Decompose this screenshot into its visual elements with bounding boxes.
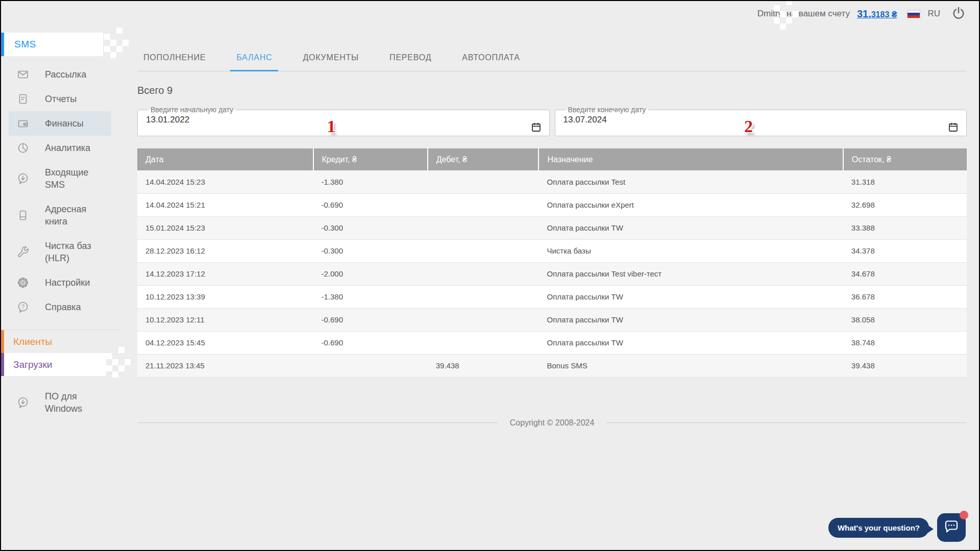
sidebar-item-nastroyki[interactable]: Настройки <box>9 270 111 295</box>
transactions-table: Дата Кредит, ₴ Дебет, ₴ Назначение Остат… <box>137 148 967 378</box>
cell-debit <box>428 239 539 262</box>
table-row: 10.12.2023 12:11-0.690Оплата рассылки TW… <box>137 308 967 331</box>
table-row: 21.11.2023 13:4539.438Bonus SMS39.438 <box>137 354 967 377</box>
calendar-icon[interactable] <box>948 122 958 134</box>
tab-popolnenie[interactable]: ПОПОЛНЕНИЕ <box>137 49 212 71</box>
brand-label: SMS <box>14 39 36 50</box>
tab-avtooplata[interactable]: АВТООПЛАТА <box>456 49 526 71</box>
date-filters: Введите начальную дату 13.01.2022 1 Введ… <box>137 106 967 136</box>
header-debit: Дебет, ₴ <box>428 148 539 170</box>
sidebar-item-label: Входящие SMS <box>45 166 88 191</box>
transactions-tbody: 14.04.2024 15:23-1.380Оплата рассылки Te… <box>137 170 967 377</box>
total-count-label: Всего 9 <box>137 85 967 96</box>
address-book-icon <box>17 209 29 221</box>
user-balance-text: Dmitry, на вашем счету <box>757 9 850 19</box>
sidebar-item-label: Адресная книга <box>45 203 86 228</box>
sidebar-item-rassylka[interactable]: Рассылка <box>9 62 111 87</box>
power-icon <box>951 6 966 22</box>
cell-debit: 39.438 <box>428 354 539 377</box>
cell-balance: 32.698 <box>843 193 967 216</box>
end-date-label: Введите конечную дату <box>566 106 649 114</box>
calendar-icon[interactable] <box>531 122 541 134</box>
balance-main: 31, <box>857 8 871 19</box>
tab-dokumenty[interactable]: ДОКУМЕНТЫ <box>297 49 365 71</box>
cell-date: 10.12.2023 12:11 <box>137 308 313 331</box>
cell-date: 21.11.2023 13:45 <box>137 354 313 377</box>
cell-credit: -0.300 <box>313 239 428 262</box>
sidebar-item-finansy[interactable]: Финансы <box>9 111 111 136</box>
cell-purpose: Оплата рассылки TW <box>538 331 843 354</box>
cell-balance: 38.058 <box>843 308 967 331</box>
table-row: 14.04.2024 15:23-1.380Оплата рассылки Te… <box>137 170 967 193</box>
sidebar-item-otchety[interactable]: Отчеты <box>9 87 111 111</box>
sidebar-item-analitika[interactable]: Аналитика <box>9 136 111 160</box>
balance-frac: 3183 ₴ <box>871 10 897 19</box>
logout-button[interactable] <box>951 6 966 22</box>
footer-divider-left <box>137 422 498 423</box>
sidebar-item-klienty[interactable]: Клиенты <box>1 330 120 353</box>
russian-flag-icon[interactable] <box>907 10 920 18</box>
table-row: 28.12.2023 16:12-0.300Чистка базы34.378 <box>137 239 967 262</box>
sidebar-item-vhodyaschie-sms[interactable]: Входящие SMS <box>9 160 111 197</box>
notification-dot <box>960 511 968 519</box>
sidebar-item-label: Чистка баз (HLR) <box>45 240 91 264</box>
table-row: 14.12.2023 17:12-2.000Оплата рассылки Te… <box>137 262 967 285</box>
cell-date: 04.12.2023 15:45 <box>137 331 313 354</box>
sidebar-item-chistka-baz[interactable]: Чистка баз (HLR) <box>9 234 111 270</box>
topbar: Dmitry, на вашем счету 31,3183 ₴ RU <box>120 1 979 27</box>
sidebar-item-label: Финансы <box>45 117 84 130</box>
sidebar-item-label: Справка <box>45 301 81 313</box>
cell-credit <box>313 354 428 377</box>
balance-link[interactable]: 31,3183 ₴ <box>857 8 897 20</box>
sidebar-item-po-dlya-windows[interactable]: ПО для Windows <box>9 384 111 421</box>
cell-credit: -1.380 <box>313 170 428 193</box>
header-credit: Кредит, ₴ <box>313 148 428 170</box>
cell-purpose: Оплата рассылки Test viber-тест <box>538 262 843 285</box>
mail-icon <box>17 68 29 81</box>
cell-debit <box>428 170 539 193</box>
sidebar-item-spravka[interactable]: ? Справка <box>9 295 111 319</box>
sidebar-item-label: Аналитика <box>45 142 90 154</box>
tab-perevod[interactable]: ПЕРЕВОД <box>383 49 437 71</box>
wrench-icon <box>17 246 29 258</box>
start-date-input[interactable]: Введите начальную дату 13.01.2022 1 <box>137 106 550 136</box>
cell-balance: 34.678 <box>843 262 967 285</box>
cell-balance: 31.318 <box>843 170 967 193</box>
sidebar-item-label: Отчеты <box>45 93 77 105</box>
header-purpose: Назначение <box>538 148 843 170</box>
download-icon <box>17 396 29 409</box>
annotation-2: 2 <box>744 117 753 136</box>
windows-app-label: ПО для Windows <box>45 390 82 415</box>
incoming-sms-icon <box>17 172 29 185</box>
cell-date: 10.12.2023 13:39 <box>137 285 313 308</box>
cell-balance: 36.678 <box>843 285 967 308</box>
end-date-input[interactable]: Введите конечную дату 13.07.2024 2 <box>555 106 967 136</box>
cell-date: 14.04.2024 15:23 <box>137 170 313 193</box>
pixel-decoration-downloads <box>106 353 112 359</box>
cell-debit <box>428 262 539 285</box>
sidebar-item-zagruzki[interactable]: Загрузки <box>1 353 106 376</box>
cell-debit <box>428 285 539 308</box>
sidebar-item-adresnaya-kniga[interactable]: Адресная книга <box>9 197 111 234</box>
start-date-label: Введите начальную дату <box>148 106 236 114</box>
header-balance: Остаток, ₴ <box>843 148 967 170</box>
language-selector[interactable]: RU <box>927 9 940 19</box>
tab-balans[interactable]: БАЛАНС <box>230 49 278 71</box>
cell-purpose: Оплата рассылки TW <box>538 308 843 331</box>
end-date-value: 13.07.2024 <box>564 115 607 125</box>
cell-debit <box>428 216 539 239</box>
cell-purpose: Оплата рассылки eXpert <box>538 193 843 216</box>
sidebar-brand[interactable]: SMS <box>1 33 103 56</box>
table-header-row: Дата Кредит, ₴ Дебет, ₴ Назначение Остат… <box>137 148 967 170</box>
chat-question-bubble[interactable]: What's your question? <box>828 518 929 538</box>
pixel-decoration-brand <box>104 34 110 40</box>
cell-credit: -1.380 <box>313 285 428 308</box>
chat-open-button[interactable] <box>937 513 966 542</box>
sidebar: SMS Рассылка Отчеты Финансы Аналитика <box>1 27 120 550</box>
footer: Copyright © 2008-2024 <box>137 418 967 428</box>
table-row: 15.01.2024 15:23-0.300Оплата рассылки TW… <box>137 216 967 239</box>
cell-credit: -2.000 <box>313 262 428 285</box>
cell-purpose: Чистка базы <box>538 239 843 262</box>
chat-icon <box>943 519 960 537</box>
cell-date: 15.01.2024 15:23 <box>137 216 313 239</box>
